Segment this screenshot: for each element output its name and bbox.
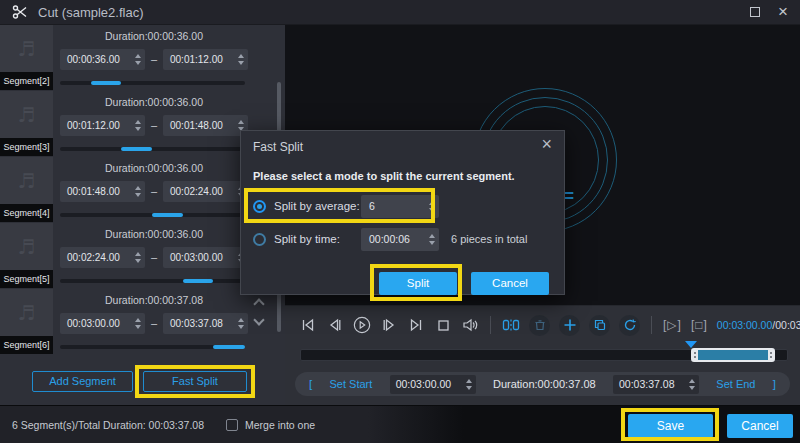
chevron-down-icon[interactable]: [253, 314, 264, 325]
segment-thumbnail[interactable]: ♬: [0, 91, 53, 138]
spinner-arrows[interactable]: [135, 186, 141, 197]
range-separator: –: [151, 317, 157, 329]
skip-to-start-icon[interactable]: [299, 316, 317, 334]
end-time-spinbox[interactable]: 00:03:00.00: [163, 247, 248, 268]
selection-start-handle[interactable]: [693, 350, 698, 360]
segment-label: Segment[6]: [0, 336, 53, 354]
scissors-icon: [12, 4, 28, 20]
segment-range-slider[interactable]: [60, 213, 245, 217]
merge-checkbox[interactable]: [226, 419, 238, 431]
spinner-arrows[interactable]: [238, 318, 244, 329]
split-button[interactable]: Split: [379, 272, 457, 295]
start-time-spinbox[interactable]: 00:01:48.00: [60, 181, 145, 202]
preview-play-icon[interactable]: [▷]: [663, 318, 682, 332]
segment-thumbnail[interactable]: ♬: [0, 289, 53, 336]
spinner-arrows[interactable]: [429, 234, 435, 245]
split-segment-icon[interactable]: [502, 316, 520, 334]
set-end-button[interactable]: Set End: [716, 378, 755, 390]
average-count-spinbox[interactable]: 6: [361, 195, 439, 218]
segment-range-slider[interactable]: [60, 279, 245, 283]
add-segment-icon[interactable]: [559, 315, 580, 336]
playback-controls: [▷] [□] 00:03:00.00/00:03:37.08: [299, 313, 790, 337]
music-note-icon: ♬: [18, 235, 36, 259]
skip-to-end-icon[interactable]: [407, 316, 425, 334]
split-by-time-label: Split by time:: [274, 233, 340, 245]
status-text: 6 Segment(s)/Total Duration: 00:03:37.08: [12, 419, 204, 431]
stop-icon[interactable]: [434, 316, 452, 334]
split-by-average-label: Split by average:: [274, 200, 360, 212]
reset-icon[interactable]: [619, 315, 640, 336]
segment-item[interactable]: ♬ Segment[2] Duration:00:00:36.00 00:00:…: [0, 25, 285, 91]
play-icon[interactable]: [353, 316, 371, 334]
trim-start-spinbox[interactable]: 00:03:00.00: [390, 375, 476, 394]
end-time-spinbox[interactable]: 00:03:37.08: [163, 313, 248, 334]
segment-thumbnail[interactable]: ♬: [0, 25, 53, 72]
spinner-arrows[interactable]: [689, 379, 695, 390]
add-segment-button[interactable]: Add Segment: [32, 371, 133, 392]
spinner-arrows[interactable]: [135, 252, 141, 263]
segment-duration: Duration:00:00:37.08: [60, 294, 248, 306]
copy-segment-icon[interactable]: [589, 315, 610, 336]
close-button[interactable]: ×: [778, 7, 788, 17]
trim-bar: [ Set Start 00:03:00.00 Duration:00:00:3…: [295, 372, 790, 396]
start-time-spinbox[interactable]: 00:03:00.00: [60, 313, 145, 334]
segment-range-slider[interactable]: [60, 147, 245, 151]
segment-range-fill: [91, 81, 122, 85]
spinner-arrows[interactable]: [466, 379, 472, 390]
segment-range-fill: [183, 279, 214, 283]
segment-range-slider[interactable]: [60, 81, 245, 85]
step-back-icon[interactable]: [326, 316, 344, 334]
total-time: /00:03:37.08: [772, 319, 800, 331]
split-by-time-radio[interactable]: [253, 233, 266, 246]
segment-duration: Duration:00:00:36.00: [60, 30, 248, 42]
segment-thumbnail[interactable]: ♬: [0, 157, 53, 204]
timeline-track[interactable]: [300, 349, 788, 361]
title-bar: Cut (sample2.flac) ×: [0, 0, 800, 25]
step-forward-icon[interactable]: [380, 316, 398, 334]
segment-range-fill: [213, 345, 245, 349]
cancel-button[interactable]: Cancel: [727, 414, 793, 438]
spinner-arrows[interactable]: [135, 120, 141, 131]
split-by-average-radio[interactable]: [253, 200, 266, 213]
dialog-cancel-button[interactable]: Cancel: [471, 272, 549, 295]
range-separator: –: [151, 119, 157, 131]
segment-label: Segment[4]: [0, 204, 53, 222]
segment-thumbnail[interactable]: ♬: [0, 223, 53, 270]
dialog-message: Please select a mode to split the curren…: [253, 170, 515, 182]
selection-end-handle[interactable]: [768, 350, 773, 360]
split-by-time-row: Split by time: 00:00:06 6 pieces in tota…: [253, 227, 552, 251]
spinner-arrows[interactable]: [429, 201, 435, 212]
start-time-spinbox[interactable]: 00:00:36.00: [60, 49, 145, 70]
spinner-arrows[interactable]: [135, 54, 141, 65]
list-scroll-arrows[interactable]: [251, 300, 267, 334]
timeline-selection[interactable]: [691, 348, 776, 362]
segment-item[interactable]: ♬ Segment[6] Duration:00:00:37.08 00:03:…: [0, 289, 285, 355]
bracket-close: ]: [773, 378, 776, 390]
pieces-note: 6 pieces in total: [451, 233, 527, 245]
merge-into-one[interactable]: Merge into one: [226, 419, 315, 431]
chevron-up-icon[interactable]: [253, 298, 264, 309]
save-button[interactable]: Save: [628, 414, 713, 438]
fast-split-button[interactable]: Fast Split: [143, 371, 247, 392]
set-start-button[interactable]: Set Start: [330, 378, 373, 390]
playhead-marker[interactable]: [685, 341, 697, 348]
maximize-button[interactable]: [750, 7, 760, 17]
start-time-spinbox[interactable]: 00:01:12.00: [60, 115, 145, 136]
start-time-spinbox[interactable]: 00:02:24.00: [60, 247, 145, 268]
delete-segment-icon[interactable]: [529, 315, 550, 336]
spinner-arrows[interactable]: [238, 120, 244, 131]
end-time-spinbox[interactable]: 00:02:24.00: [163, 181, 248, 202]
end-time-spinbox[interactable]: 00:01:12.00: [163, 49, 248, 70]
playback-timecode: 00:03:00.00/00:03:37.08: [717, 319, 800, 331]
window-title: Cut (sample2.flac): [38, 5, 143, 20]
end-time-spinbox[interactable]: 00:01:48.00: [163, 115, 248, 136]
dialog-title: Fast Split: [253, 140, 303, 154]
spinner-arrows[interactable]: [238, 54, 244, 65]
segment-range-slider[interactable]: [60, 345, 245, 349]
preview-stop-icon[interactable]: [□]: [691, 318, 708, 332]
volume-icon[interactable]: [461, 316, 479, 334]
dialog-close-icon[interactable]: ×: [541, 134, 552, 155]
trim-end-spinbox[interactable]: 00:03:37.08: [613, 375, 699, 394]
time-value-spinbox[interactable]: 00:00:06: [361, 228, 439, 251]
spinner-arrows[interactable]: [135, 318, 141, 329]
